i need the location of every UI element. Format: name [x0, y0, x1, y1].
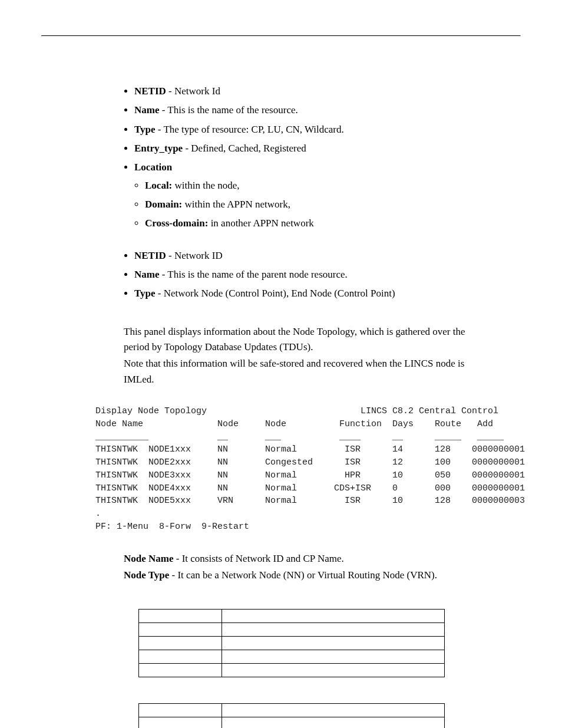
empty-table-2 — [138, 703, 445, 728]
terminal-header-row: Node Name Node Node Function Days Route … — [95, 419, 493, 429]
term: Type — [134, 124, 156, 135]
desc-text: - It can be a Network Node (NN) or Virtu… — [169, 569, 437, 581]
sub-list-item: Cross-domain: in another APPN network — [145, 216, 485, 231]
terminal-footer: PF: 1-Menu 8-Forw 9-Restart — [95, 522, 249, 532]
page: NETID - Network Id Name - This is the na… — [0, 0, 562, 728]
table-row — [139, 704, 445, 717]
term: Type — [134, 288, 156, 299]
term-text: - Network Node (Control Point), End Node… — [156, 288, 395, 299]
sub-text: within the node, — [172, 180, 239, 191]
sub-list: Local: within the node, Domain: within t… — [134, 178, 485, 232]
term-text: - Network Id — [166, 85, 220, 97]
list-item: Location Local: within the node, Domain:… — [134, 160, 485, 231]
paragraph: This panel displays information about th… — [124, 324, 485, 355]
term-text: - The type of resource: CP, LU, CN, Wild… — [156, 124, 344, 135]
description-line: Node Type - It can be a Network Node (NN… — [124, 568, 485, 583]
sub-list-item: Domain: within the APPN network, — [145, 197, 485, 212]
table-row — [139, 623, 445, 637]
term-text: - Defined, Cached, Registered — [183, 143, 306, 154]
desc-term: Node Type — [124, 569, 169, 581]
table-row — [139, 717, 445, 728]
table-row: THISNTWK NODE1xxx NN Normal ISR 14 128 0… — [95, 444, 525, 454]
term: Name — [134, 104, 159, 116]
term-text: - This is the name of the parent node re… — [159, 269, 347, 280]
term: NETID — [134, 85, 166, 97]
term: Entry_type — [134, 143, 183, 154]
cell — [139, 664, 222, 677]
term-text: - Network ID — [166, 250, 223, 261]
cell — [139, 637, 222, 650]
content-area: NETID - Network Id Name - This is the na… — [124, 84, 485, 728]
list-item: Entry_type - Defined, Cached, Registered — [134, 141, 485, 156]
sub-list-item: Local: within the node, — [145, 178, 485, 193]
cell — [139, 610, 222, 623]
cell — [222, 610, 445, 623]
terminal-title-right: LINCS C8.2 Central Control — [361, 406, 498, 416]
table-row: THISNTWK NODE4xxx NN Normal CDS+ISR 0 00… — [95, 483, 525, 493]
table-row: THISNTWK NODE5xxx VRN Normal ISR 10 128 … — [95, 496, 525, 506]
cell — [222, 650, 445, 664]
definition-list-1: NETID - Network Id Name - This is the na… — [124, 84, 485, 232]
term: Location — [134, 162, 172, 173]
cell — [139, 650, 222, 664]
paragraph: Note that this information will be safe-… — [124, 356, 485, 387]
table-row — [139, 664, 445, 677]
cell — [222, 717, 445, 728]
table-row: THISNTWK NODE3xxx NN Normal HPR 10 050 0… — [95, 470, 525, 480]
term: Name — [134, 269, 159, 280]
sub-text: within the APPN network, — [182, 199, 290, 210]
cell — [139, 623, 222, 637]
term: NETID — [134, 250, 166, 261]
table-row — [139, 650, 445, 664]
description-line: Node Name - It consists of Network ID an… — [124, 551, 485, 566]
header-rule — [41, 35, 521, 37]
list-item: NETID - Network ID — [134, 248, 485, 263]
list-item: Type - Network Node (Control Point), End… — [134, 286, 485, 301]
cell — [222, 637, 445, 650]
cell — [139, 717, 222, 728]
sub-term: Domain: — [145, 199, 182, 210]
sub-text: in another APPN network — [208, 218, 313, 229]
sub-term: Cross-domain: — [145, 218, 208, 229]
description-block: Node Name - It consists of Network ID an… — [124, 551, 485, 584]
list-item: Name - This is the name of the parent no… — [134, 267, 485, 282]
terminal-title-left: Display Node Topology — [95, 406, 207, 416]
sub-term: Local: — [145, 180, 172, 191]
cell — [222, 664, 445, 677]
list-item: Type - The type of resource: CP, LU, CN,… — [134, 122, 485, 137]
terminal-rule-row: __________ __ ___ ____ __ _____ _____ — [95, 432, 504, 442]
table-row — [139, 637, 445, 650]
term-text: - This is the name of the resource. — [159, 104, 297, 116]
table-row — [139, 610, 445, 623]
desc-term: Node Name — [124, 553, 174, 564]
cell — [139, 704, 222, 717]
table-row: THISNTWK NODE2xxx NN Congested ISR 12 10… — [95, 457, 525, 467]
cell — [222, 623, 445, 637]
terminal-panel: Display Node Topology LINCS C8.2 Central… — [95, 405, 485, 533]
desc-text: - It consists of Network ID and CP Name. — [174, 553, 344, 564]
definition-list-2: NETID - Network ID Name - This is the na… — [124, 248, 485, 302]
list-item: NETID - Network Id — [134, 84, 485, 99]
cell — [222, 704, 445, 717]
empty-table-1 — [138, 609, 445, 677]
list-item: Name - This is the name of the resource. — [134, 103, 485, 118]
